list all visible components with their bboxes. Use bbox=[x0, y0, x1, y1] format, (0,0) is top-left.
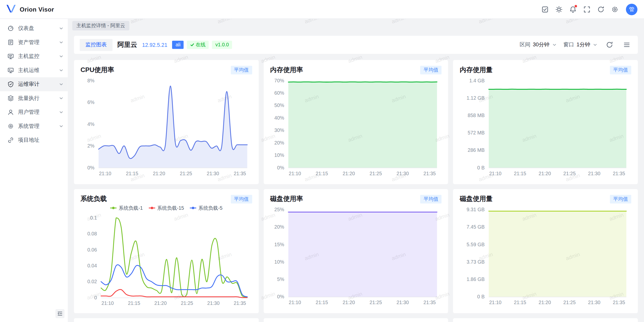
breadcrumb-tab[interactable]: 主机监控详情 - 阿里云 bbox=[72, 21, 129, 30]
window-select[interactable]: 窗口 1分钟 bbox=[564, 41, 598, 48]
interval-select[interactable]: 区间 30分钟 bbox=[520, 41, 557, 48]
sidebar-item-batch-exec[interactable]: 批量执行 bbox=[0, 91, 68, 105]
host-name: 阿里云 bbox=[117, 41, 137, 49]
chart-title: 系统负载 bbox=[80, 195, 107, 203]
topbar-actions: 管 bbox=[538, 3, 637, 15]
sidebar-item-system[interactable]: 系统管理 bbox=[0, 119, 68, 133]
sidebar-collapse-button[interactable] bbox=[55, 309, 64, 318]
svg-text:21:20: 21:20 bbox=[539, 171, 551, 176]
svg-text:15%: 15% bbox=[274, 242, 284, 247]
chevron-down-icon bbox=[59, 40, 64, 45]
chevron-down-icon bbox=[59, 68, 64, 73]
settings-icon[interactable] bbox=[608, 3, 622, 15]
host-tags: ali在线v1.0.0 bbox=[172, 41, 232, 49]
svg-text:7.45 GB: 7.45 GB bbox=[467, 224, 485, 230]
todo-icon[interactable] bbox=[538, 3, 552, 15]
svg-text:21:30: 21:30 bbox=[207, 300, 220, 306]
avg-badge[interactable]: 平均值 bbox=[420, 195, 442, 203]
svg-text:60%: 60% bbox=[274, 90, 284, 96]
svg-text:21:15: 21:15 bbox=[514, 300, 526, 305]
svg-text:10%: 10% bbox=[274, 259, 284, 265]
avg-badge[interactable]: 平均值 bbox=[610, 65, 631, 74]
sidebar-item-label: 仪表盘 bbox=[18, 25, 55, 32]
chart-legend: 系统负载-1系统负载-15系统负载-5 bbox=[80, 204, 252, 212]
legend-marker-icon bbox=[148, 207, 155, 208]
chart-config-button[interactable] bbox=[621, 40, 632, 50]
svg-text:21:35: 21:35 bbox=[613, 171, 625, 176]
chart-canvas[interactable]: 0%10%20%30%40%50%60%70%21:1021:1521:2021… bbox=[270, 75, 442, 178]
avg-badge[interactable]: 平均值 bbox=[610, 195, 631, 203]
sidebar-item-users[interactable]: 用户管理 bbox=[0, 105, 68, 119]
ops-audit-icon bbox=[7, 81, 14, 88]
notification-icon[interactable] bbox=[566, 3, 580, 15]
svg-text:21:20: 21:20 bbox=[154, 300, 167, 306]
monitor-chart-button[interactable]: 监控图表 bbox=[80, 39, 113, 51]
refresh-icon[interactable] bbox=[594, 3, 608, 15]
chart-card: 内存使用率平均值0%10%20%30%40%50%60%70%21:1021:1… bbox=[264, 60, 448, 184]
svg-text:21:25: 21:25 bbox=[181, 300, 193, 306]
svg-text:21:30: 21:30 bbox=[207, 171, 219, 176]
svg-text:40%: 40% bbox=[274, 115, 284, 121]
dashboard-icon bbox=[7, 25, 14, 32]
svg-text:21:15: 21:15 bbox=[315, 171, 328, 176]
chevron-down-icon bbox=[593, 42, 598, 47]
logo-icon bbox=[6, 4, 16, 15]
legend-marker-icon bbox=[190, 207, 196, 208]
chevron-down-icon bbox=[59, 124, 64, 129]
assets-icon bbox=[7, 39, 14, 46]
svg-text:21:30: 21:30 bbox=[588, 171, 600, 176]
chevron-down-icon bbox=[552, 42, 557, 47]
sidebar-item-label: 项目地址 bbox=[18, 136, 64, 144]
chart-canvas[interactable]: 0 B286 MB572 MB858 MB1.12 GB1.4 GB21:102… bbox=[460, 75, 631, 178]
svg-text:21:25: 21:25 bbox=[369, 171, 382, 176]
svg-text:21:25: 21:25 bbox=[564, 171, 576, 176]
chart-canvas[interactable]: 0%5%10%15%20%25%21:1021:1521:2021:2521:3… bbox=[270, 204, 442, 307]
chart-canvas[interactable]: 0%2%4%6%8%21:1021:1521:2021:2521:3021:35 bbox=[80, 75, 252, 178]
avatar[interactable]: 管 bbox=[626, 4, 637, 15]
svg-text:21:35: 21:35 bbox=[423, 300, 436, 305]
sidebar-item-ops-audit[interactable]: 运维审计 bbox=[0, 77, 68, 91]
breadcrumb: 主机监控详情 - 阿里云 bbox=[68, 19, 644, 30]
chart-title: 内存使用量 bbox=[460, 65, 493, 74]
project-link-icon bbox=[7, 137, 14, 144]
fullscreen-icon[interactable] bbox=[580, 3, 594, 15]
avg-badge[interactable]: 平均值 bbox=[420, 65, 442, 74]
svg-text:21:35: 21:35 bbox=[234, 171, 246, 176]
svg-text:0.02: 0.02 bbox=[87, 279, 97, 284]
legend-item[interactable]: 系统负载-5 bbox=[190, 204, 222, 211]
avg-badge[interactable]: 平均值 bbox=[231, 195, 252, 203]
sidebar-item-project-link[interactable]: 项目地址 bbox=[0, 133, 68, 147]
avg-badge[interactable]: 平均值 bbox=[231, 65, 252, 74]
sidebar-item-dashboard[interactable]: 仪表盘 bbox=[0, 21, 68, 35]
chart-canvas[interactable]: 0 B1.86 GB3.73 GB5.59 GB7.45 GB9.31 GB21… bbox=[460, 204, 631, 307]
sidebar-item-host-ops[interactable]: 主机运维 bbox=[0, 63, 68, 77]
svg-text:0.06: 0.06 bbox=[87, 247, 97, 253]
legend-item[interactable]: 系统负载-15 bbox=[148, 204, 184, 211]
refresh-button[interactable] bbox=[604, 40, 615, 50]
sidebar-item-host-monitor[interactable]: 主机监控 bbox=[0, 49, 68, 63]
svg-text:21:10: 21:10 bbox=[99, 171, 111, 176]
svg-text:5.59 GB: 5.59 GB bbox=[467, 242, 485, 247]
theme-icon[interactable] bbox=[552, 3, 566, 15]
svg-text:10%: 10% bbox=[274, 152, 284, 158]
sidebar-item-label: 运维审计 bbox=[18, 81, 55, 88]
legend-item[interactable]: 系统负载-1 bbox=[110, 204, 143, 211]
chart-title: 磁盘使用量 bbox=[460, 195, 493, 203]
brand[interactable]: Orion Visor bbox=[6, 4, 54, 15]
sidebar-item-label: 主机运维 bbox=[18, 66, 55, 74]
svg-text:21:20: 21:20 bbox=[539, 300, 551, 305]
chevron-down-icon bbox=[59, 54, 64, 59]
svg-text:21:35: 21:35 bbox=[423, 171, 436, 176]
svg-text:21:25: 21:25 bbox=[369, 300, 382, 305]
host-ip[interactable]: 12.92.5.21 bbox=[142, 42, 167, 48]
host-tag: 在线 bbox=[187, 41, 209, 49]
host-monitor-icon bbox=[7, 53, 14, 60]
chart-card-partial bbox=[74, 318, 259, 322]
svg-text:21:10: 21:10 bbox=[289, 171, 301, 176]
window-label: 窗口 bbox=[564, 41, 574, 48]
host-tag: v1.0.0 bbox=[212, 41, 232, 49]
svg-text:21:20: 21:20 bbox=[342, 300, 355, 305]
sidebar-item-assets[interactable]: 资产管理 bbox=[0, 35, 68, 49]
svg-text:1.86 GB: 1.86 GB bbox=[467, 276, 485, 282]
chart-canvas[interactable]: 00.020.040.060.080.121:1021:1521:2021:25… bbox=[80, 212, 252, 308]
